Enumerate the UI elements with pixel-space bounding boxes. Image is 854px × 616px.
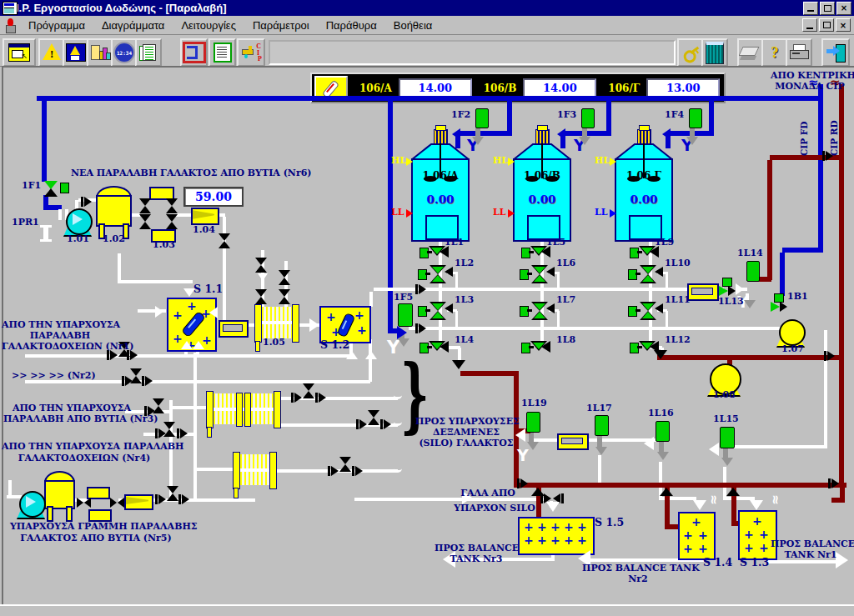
toolbar-spacer — [269, 40, 676, 65]
pump-1.07[interactable] — [779, 319, 806, 346]
plant-overview-button[interactable] — [87, 38, 113, 67]
menu-item-2[interactable]: Διαγράμματα — [93, 18, 173, 33]
check-valve — [122, 376, 124, 386]
flow-diagram-button[interactable] — [180, 38, 208, 67]
triangle — [84, 498, 91, 508]
pipe — [118, 253, 121, 282]
diagram-label: 1.02 — [103, 234, 125, 244]
valve-1L17[interactable] — [595, 415, 609, 436]
diagram-label: Νr2 — [582, 574, 694, 584]
minimize-button[interactable] — [803, 2, 818, 15]
app-icon[interactable] — [3, 2, 18, 15]
close-button[interactable]: × — [836, 2, 851, 15]
diagram-label: 1L6 — [556, 258, 575, 268]
flow-arrow-icon — [155, 306, 163, 318]
valve-1L14[interactable] — [746, 261, 760, 282]
agitator-motor-icon — [637, 129, 651, 144]
reports-button[interactable] — [135, 38, 162, 67]
hx-bar — [254, 304, 262, 343]
valve-1F4[interactable] — [689, 108, 702, 128]
clear-button[interactable] — [737, 38, 764, 67]
diagram-label: 1L2 — [455, 258, 474, 268]
recipes-button[interactable] — [208, 38, 236, 67]
pipe — [529, 438, 662, 442]
valve-1F5[interactable] — [398, 303, 413, 327]
diagram-label: ΝΕΑ ΠΑΡΑΛΑΒΗ ΓΑΛΑΚΤΟΣ ΑΠΟ ΒΥΤΙΑ (Νr6) — [71, 168, 312, 178]
plus-mark: + — [564, 521, 574, 533]
plus-mark: + — [683, 543, 693, 554]
pipe — [831, 498, 845, 503]
diagram-label: 1L12 — [665, 335, 691, 345]
triangle — [339, 464, 351, 472]
check-valve — [319, 393, 326, 403]
diagram-label: 1F3 — [557, 110, 576, 120]
plus-mark: + — [744, 542, 754, 553]
flow-panel-S1.4[interactable]: +++++ — [678, 512, 716, 560]
diagram-label: 1L13 — [718, 297, 744, 307]
diagram-label: ΓΑΛΑΚΤΟΔΟΧΕΙΩΝ (Νr4) — [2, 453, 167, 463]
junction-valve — [660, 488, 673, 496]
check-valve — [142, 376, 144, 386]
menu-item-6[interactable]: Βοήθεια — [385, 18, 441, 33]
pipe — [598, 455, 601, 485]
check-valve — [824, 351, 826, 361]
triangle — [541, 341, 550, 353]
pipe — [665, 524, 678, 529]
program-select-button[interactable]: ↖ — [3, 38, 36, 67]
vessel[interactable] — [44, 480, 75, 509]
menu-item-4[interactable]: Παράμετροι — [244, 18, 318, 33]
vessel[interactable] — [96, 195, 132, 227]
menu-item-1[interactable]: Πρόγραμμα — [20, 18, 93, 33]
pipe — [824, 330, 827, 448]
valve-1F1-actuator — [60, 183, 69, 193]
pipe — [439, 242, 442, 348]
diagram-label: ΑΠΟ ΤΗΝ ΥΠΑΡΧΟΥΣΑ ΠΑΡΑΛΑΒΗ — [2, 442, 167, 452]
exit-button[interactable] — [821, 38, 850, 67]
diagram-label: TANK Νr3 — [435, 554, 518, 564]
triangle — [166, 206, 178, 213]
flow-arrow-icon — [693, 500, 706, 510]
flow-arrow-icon — [398, 338, 409, 347]
plus-mark: + — [537, 534, 547, 546]
pipe — [460, 371, 517, 376]
hx-stem — [255, 341, 260, 352]
diagram-label: S 1.5 — [595, 517, 624, 528]
valve-1L16[interactable] — [656, 421, 670, 442]
valve-1F2[interactable] — [475, 108, 489, 128]
menu-item-3[interactable]: Λειτουργίες — [173, 18, 244, 33]
valve-1L2 — [432, 267, 444, 273]
timer-button[interactable]: 12:34 — [111, 38, 138, 67]
check-valve — [315, 393, 318, 403]
valve-1L19[interactable] — [526, 412, 540, 433]
child-restore-button[interactable] — [819, 18, 834, 32]
valve-1L15[interactable] — [720, 427, 735, 448]
triangle — [541, 246, 550, 258]
access-key-button[interactable] — [677, 38, 704, 67]
child-close-button[interactable]: × — [836, 18, 851, 32]
valve-1F3[interactable] — [581, 108, 595, 128]
pipe — [818, 84, 823, 253]
check-valve — [84, 197, 92, 207]
help-button[interactable]: ? — [761, 38, 788, 67]
cip-button[interactable]: CIP — [237, 38, 265, 67]
triangle — [368, 418, 379, 425]
alarm-view-button[interactable]: ! — [38, 38, 65, 67]
diagram-label: ΑΠΟ ΤΗΝ ΥΠΑΡΧΟΥΣΑ — [3, 403, 140, 413]
print-button[interactable] — [786, 38, 812, 67]
menu-item-5[interactable]: Παράθυρα — [318, 18, 385, 33]
child-window-icon[interactable] — [3, 18, 17, 32]
alarm-save-button[interactable] — [63, 38, 89, 67]
diagram-label: ΓΑΛΑΚΤΟΔΟΧΕΙΩΝ (Νr1) — [2, 342, 118, 352]
valve-1B1 — [771, 302, 780, 312]
triangle — [534, 275, 545, 282]
child-minimize-button[interactable] — [802, 18, 817, 32]
restore-button[interactable] — [820, 2, 835, 15]
triangle — [255, 265, 267, 273]
triangle — [445, 267, 453, 277]
plc-comm-button[interactable] — [701, 38, 728, 67]
pipe — [354, 498, 548, 501]
plus-mark: + — [744, 528, 754, 540]
check-valve — [81, 197, 83, 207]
pipe — [118, 280, 193, 283]
check-valve — [291, 393, 294, 403]
